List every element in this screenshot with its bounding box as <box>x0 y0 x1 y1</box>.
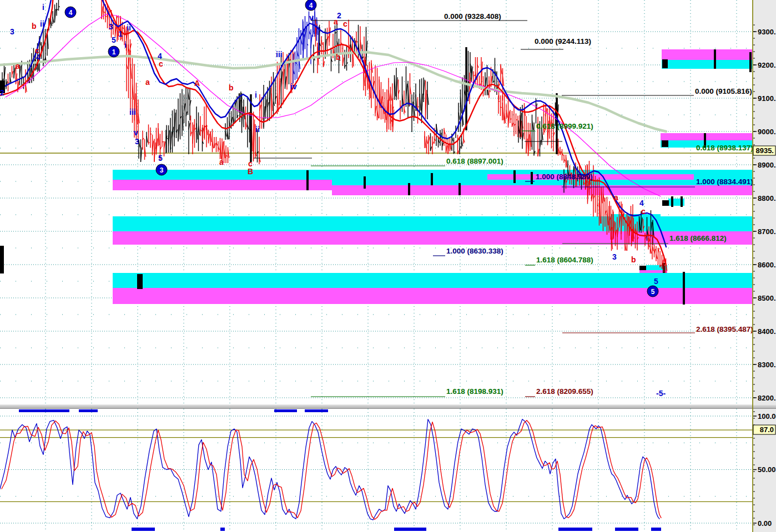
wave-circle-number: 1 <box>112 48 116 56</box>
signal-bar-bottom <box>615 528 638 531</box>
price-axis-label: 9000. <box>758 128 776 136</box>
wave-label: a <box>334 17 338 26</box>
wave-label: b <box>336 53 341 62</box>
stoch-axis-label: 100.00 <box>758 412 776 420</box>
wave-label: 3 <box>109 22 113 31</box>
wave-label: 5 <box>112 36 116 44</box>
wave-label: c <box>159 59 163 68</box>
zone-start-square <box>639 266 646 270</box>
signal-bar-bottom <box>394 528 426 531</box>
wave-label: i <box>124 40 127 49</box>
price-axis-label: 8200. <box>758 394 776 402</box>
wave-label: c <box>641 207 646 216</box>
target-zone-rect <box>662 49 752 60</box>
circled-wave-label: 1 <box>108 46 119 57</box>
wave-label: 4 <box>36 53 41 62</box>
price-bar-close-tick <box>498 101 500 102</box>
fib-level-label: 1.618 (8666.812) <box>669 234 727 242</box>
zone-start-square <box>137 274 143 289</box>
price-bar-close-tick <box>150 134 152 134</box>
wave-label: ii <box>255 125 260 134</box>
wave-label: A <box>194 79 200 88</box>
wave-label: 1 <box>118 29 123 38</box>
wave-circle-number: 4 <box>309 2 313 9</box>
wave-label: i <box>255 90 257 99</box>
wave-circle-number: 4 <box>69 9 73 17</box>
wave-label: a <box>219 158 224 166</box>
target-zone-rect <box>662 60 752 69</box>
circled-wave-label: 4 <box>305 0 316 11</box>
wave-label: 3 <box>10 27 14 36</box>
wave-label: 5 <box>158 154 163 163</box>
fib-level-label: 0.618 (8999.921) <box>536 122 593 130</box>
signal-bar-top <box>19 409 69 412</box>
wave-label: ii <box>40 19 44 28</box>
stoch-threshold-axis-label: 87.0 <box>760 425 774 434</box>
wave-label: iv <box>290 82 297 91</box>
fib-level-label: 0.000 (9328.408) <box>444 12 501 21</box>
signal-bar-bottom <box>558 528 592 531</box>
circled-wave-label: 4 <box>65 7 76 18</box>
fib-level-label: 0.000 (9105.816) <box>695 87 752 95</box>
signal-bar-top <box>79 409 98 412</box>
fib-level-label: 1.000 (8834.491) <box>696 178 753 186</box>
price-axis-label: 8800. <box>758 194 776 202</box>
price-bar-close-tick <box>162 141 163 142</box>
wave-label: iii <box>129 108 136 116</box>
price-axis-label: 8400. <box>758 327 776 336</box>
chart-window: 0.000 (9328.408)0.000 (9244.113)0.000 (9… <box>0 0 776 532</box>
circled-wave-label: 3 <box>156 164 167 175</box>
wave-label: 4 <box>639 199 644 207</box>
fib-level-label: 1.000 (8848.989) <box>536 173 593 181</box>
signal-bar-bottom <box>651 528 661 531</box>
stoch-axis-label: 0.00 <box>758 519 772 528</box>
fib-level-label: 1.618 (8198.931) <box>446 387 503 396</box>
price-axis-label: 8600. <box>758 261 776 269</box>
price-axis-label: 8700. <box>758 227 776 236</box>
wave-label: a <box>614 193 618 202</box>
signal-bar-top <box>305 409 328 412</box>
wave-label: ii <box>127 23 131 32</box>
fib-level-label: 2.618 (8395.487) <box>696 325 753 333</box>
price-axis-label: 8900. <box>758 161 776 169</box>
wave-label: -5- <box>656 389 666 398</box>
wave-label: a <box>16 62 20 70</box>
wave-circle-number: 3 <box>160 166 164 174</box>
wave-label: v <box>309 13 314 22</box>
target-zone-rect <box>113 180 332 190</box>
wave-label: b <box>229 83 234 92</box>
circled-wave-label: 5 <box>647 286 658 297</box>
price-chart-canvas[interactable]: 0.000 (9328.408)0.000 (9244.113)0.000 (9… <box>0 0 776 532</box>
target-zone-rect <box>661 133 752 140</box>
wave-label: a <box>145 78 150 87</box>
signal-bar-bottom <box>220 528 225 531</box>
wave-label: iii <box>276 50 283 59</box>
wave-label: c <box>343 19 347 28</box>
fib-level-label: 0.618 (8897.001) <box>446 157 503 165</box>
fib-level-label: 1.000 (8630.338) <box>446 247 503 255</box>
fib-level-label: 0.618 (8938.137) <box>696 144 753 152</box>
wave-label: b <box>631 255 636 264</box>
wave-circle-number: 5 <box>651 288 655 296</box>
wave-label: B <box>248 167 253 176</box>
target-zone-rect <box>113 216 752 231</box>
signal-bar-top <box>274 409 297 412</box>
wave-label: 5 <box>654 277 658 286</box>
wave-label: 2 <box>0 88 4 97</box>
wave-label: 3 <box>135 137 139 146</box>
zone-9200 <box>662 49 752 72</box>
fib-level-label: 2.618 (8209.655) <box>536 387 593 396</box>
wave-label: b <box>32 22 37 31</box>
zone-start-square <box>662 140 668 147</box>
last-price-axis-label: 8935. <box>755 146 774 155</box>
zone-start-square <box>662 200 669 206</box>
fib-level-label: 0.000 (9244.113) <box>535 37 591 45</box>
price-axis-label: 9200. <box>758 61 776 69</box>
wave-label: v <box>134 128 138 137</box>
zone-start-square <box>662 59 668 68</box>
price-axis-label: 9100. <box>758 94 776 103</box>
edge-bar-mark <box>0 246 4 273</box>
wave-label: 3 <box>612 252 617 261</box>
price-axis-label: 8300. <box>758 361 776 369</box>
fib-level-label: 1.618 (8604.788) <box>536 256 593 264</box>
